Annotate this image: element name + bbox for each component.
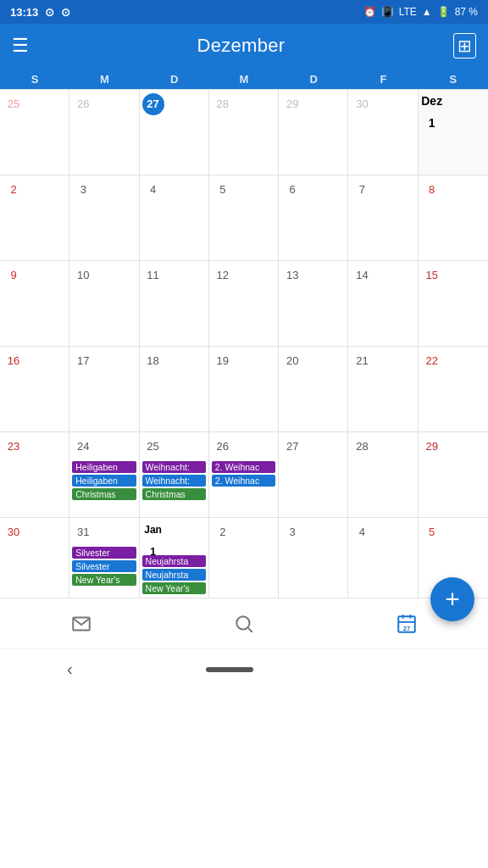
week-row-2: 2 3 4 5 6 7 8 bbox=[0, 175, 488, 260]
day-jan3[interactable]: 3 bbox=[279, 518, 348, 598]
status-time: 13:13 ⊙ ⊙ bbox=[10, 6, 70, 19]
svg-text:27: 27 bbox=[403, 624, 410, 632]
day-5[interactable]: 5 bbox=[209, 175, 279, 260]
day-12[interactable]: 12 bbox=[209, 261, 279, 346]
day-4[interactable]: 4 bbox=[140, 175, 209, 260]
day-16[interactable]: 16 bbox=[0, 347, 69, 431]
day-9[interactable]: 9 bbox=[0, 261, 69, 346]
view-toggle-button[interactable]: ⊞ bbox=[453, 33, 476, 58]
instagram-icon-1: ⊙ bbox=[45, 6, 54, 19]
event-neujahrsta-1[interactable]: Neujahrsta bbox=[142, 555, 206, 567]
day-1-dec[interactable]: Dez 1 bbox=[419, 90, 488, 175]
day-jan2[interactable]: 2 bbox=[209, 518, 279, 598]
day-jan1[interactable]: Jan 1 Neujahrsta Neujahrsta New Year's bbox=[140, 518, 209, 598]
day-number: Dez 1 bbox=[421, 101, 443, 123]
day-19[interactable]: 19 bbox=[209, 347, 279, 431]
day-20[interactable]: 20 bbox=[279, 347, 348, 431]
day-24[interactable]: 24 Heiligaben Heiligaben Christmas bbox=[69, 432, 139, 517]
day-31[interactable]: 31 Silvester Silvester New Year's bbox=[69, 518, 139, 598]
day-number: 6 bbox=[281, 179, 303, 201]
day-number: 15 bbox=[421, 264, 443, 287]
day-header-fri: F bbox=[348, 73, 418, 86]
event-silvester-1[interactable]: Silvester bbox=[72, 547, 136, 559]
day-22[interactable]: 22 bbox=[419, 347, 488, 431]
add-event-fab-button[interactable]: + bbox=[430, 577, 474, 621]
day-30-nov[interactable]: 30 bbox=[348, 90, 418, 175]
event-newyears-2[interactable]: New Year's bbox=[142, 582, 206, 594]
day-10[interactable]: 10 bbox=[69, 261, 139, 346]
day-number: 17 bbox=[72, 350, 94, 372]
battery-icon: 🔋 bbox=[437, 6, 450, 18]
day-24-events: Heiligaben Heiligaben Christmas bbox=[72, 461, 136, 500]
event-2weihnac-2[interactable]: 2. Weihnac bbox=[212, 475, 275, 487]
week-row-5: 23 24 Heiligaben Heiligaben Christmas 25… bbox=[0, 431, 488, 517]
day-25[interactable]: 25 Weihnacht: Weihnacht: Christmas bbox=[140, 432, 209, 517]
day-29-nov[interactable]: 29 bbox=[279, 90, 348, 175]
day-23[interactable]: 23 bbox=[0, 432, 69, 517]
hamburger-menu-button[interactable]: ☰ bbox=[12, 35, 29, 57]
day-number: 28 bbox=[212, 93, 234, 115]
day-17[interactable]: 17 bbox=[69, 347, 139, 431]
day-11[interactable]: 11 bbox=[140, 261, 209, 346]
day-2[interactable]: 2 bbox=[0, 175, 69, 260]
day-8[interactable]: 8 bbox=[419, 175, 488, 260]
day-26-nov[interactable]: 26 bbox=[69, 90, 139, 175]
day-18[interactable]: 18 bbox=[140, 347, 209, 431]
search-nav-button[interactable] bbox=[233, 613, 255, 635]
day-28-nov[interactable]: 28 bbox=[209, 90, 279, 175]
week-row-3: 9 10 11 12 13 14 15 bbox=[0, 260, 488, 346]
day-number: 16 bbox=[3, 350, 25, 372]
event-heiligaben-1[interactable]: Heiligaben bbox=[72, 461, 136, 473]
week-row-1: 25 26 27 28 29 30 Dez 1 bbox=[0, 89, 488, 175]
time-label: 13:13 bbox=[10, 6, 38, 19]
day-14[interactable]: 14 bbox=[348, 261, 418, 346]
day-28[interactable]: 28 bbox=[348, 432, 418, 517]
day-27[interactable]: 27 bbox=[279, 432, 348, 517]
battery-label: 87 % bbox=[455, 6, 478, 18]
event-neujahrsta-2[interactable]: Neujahrsta bbox=[142, 569, 206, 581]
day-7[interactable]: 7 bbox=[348, 175, 418, 260]
event-weihnacht-2[interactable]: Weihnacht: bbox=[142, 475, 206, 487]
day-26[interactable]: 26 2. Weihnac 2. Weihnac bbox=[209, 432, 279, 517]
event-2weihnac-1[interactable]: 2. Weihnac bbox=[212, 461, 275, 473]
back-button[interactable]: ‹ bbox=[67, 659, 73, 679]
email-nav-button[interactable] bbox=[70, 613, 92, 635]
day-number: 18 bbox=[142, 350, 164, 372]
day-25-nov[interactable]: 25 bbox=[0, 90, 69, 175]
day-13[interactable]: 13 bbox=[279, 261, 348, 346]
event-weihnacht-1[interactable]: Weihnacht: bbox=[142, 461, 206, 473]
day-number: 21 bbox=[351, 350, 373, 372]
week-row-6: 30 31 Silvester Silvester New Year's Jan… bbox=[0, 517, 488, 598]
day-30[interactable]: 30 bbox=[0, 518, 69, 598]
event-newyears-1[interactable]: New Year's bbox=[72, 574, 136, 586]
day-15[interactable]: 15 bbox=[419, 261, 488, 346]
day-27[interactable]: 27 bbox=[140, 90, 209, 175]
day-29[interactable]: 29 bbox=[419, 432, 488, 517]
day-number: 27 bbox=[281, 436, 303, 458]
system-navigation: ‹ bbox=[0, 648, 488, 689]
day-number: 12 bbox=[212, 264, 234, 287]
day-3[interactable]: 3 bbox=[69, 175, 139, 260]
day-header-wed: M bbox=[209, 73, 279, 86]
home-button[interactable] bbox=[206, 667, 253, 672]
plus-icon: + bbox=[445, 585, 460, 614]
day-number: 4 bbox=[142, 179, 164, 201]
day-6[interactable]: 6 bbox=[279, 175, 348, 260]
day-number: 3 bbox=[72, 179, 94, 201]
calendar-nav-button[interactable]: 27 bbox=[396, 613, 418, 635]
day-jan4[interactable]: 4 bbox=[348, 518, 418, 598]
day-number: 10 bbox=[72, 264, 94, 287]
event-heiligaben-2[interactable]: Heiligaben bbox=[72, 475, 136, 487]
day-number: 4 bbox=[351, 521, 373, 543]
event-christmas-2[interactable]: Christmas bbox=[142, 488, 206, 500]
day-header-sun: S bbox=[0, 73, 69, 86]
day-number: 26 bbox=[212, 436, 234, 458]
day-number: 22 bbox=[421, 350, 443, 372]
day-number: 7 bbox=[351, 179, 373, 201]
event-silvester-2[interactable]: Silvester bbox=[72, 560, 136, 572]
signal-bars-icon: ▲ bbox=[422, 6, 432, 18]
day-number: 20 bbox=[281, 350, 303, 372]
day-number: 19 bbox=[212, 350, 234, 372]
event-christmas-1[interactable]: Christmas bbox=[72, 488, 136, 500]
day-21[interactable]: 21 bbox=[348, 347, 418, 431]
